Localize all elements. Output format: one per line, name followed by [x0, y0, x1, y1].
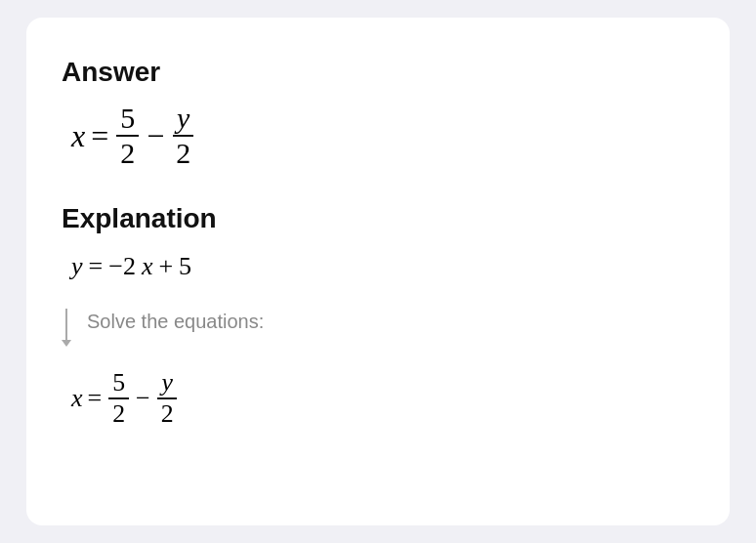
eq-x: x: [142, 254, 153, 279]
result-num2: y: [157, 370, 176, 399]
step-container: Solve the equations:: [62, 307, 694, 347]
step-arrow: [62, 307, 71, 347]
result-lhs: x: [71, 386, 83, 411]
answer-frac2: y 2: [172, 104, 194, 168]
answer-formula: x = 5 2 − y 2: [62, 104, 694, 168]
result-frac2: y 2: [157, 370, 178, 426]
answer-frac1: 5 2: [116, 104, 139, 168]
step-label: Solve the equations:: [87, 307, 264, 333]
explanation-section: Explanation y = −2x + 5 Solve the equati…: [62, 203, 694, 426]
eq-equals: =: [89, 254, 104, 279]
result-den2: 2: [157, 399, 178, 427]
eq-5: 5: [179, 254, 191, 279]
main-card: Answer x = 5 2 − y 2 Explanation y = −2x…: [26, 18, 730, 525]
answer-num1: 5: [116, 104, 139, 137]
answer-lhs: x: [71, 120, 85, 151]
answer-den2: 2: [172, 137, 194, 168]
result-frac1: 5 2: [108, 370, 129, 426]
arrow-line: [65, 309, 67, 340]
answer-section: Answer x = 5 2 − y 2: [62, 57, 694, 168]
explanation-equation: y = −2x + 5: [62, 254, 694, 279]
explanation-title: Explanation: [62, 203, 694, 234]
answer-minus: −: [147, 120, 164, 151]
answer-den1: 2: [116, 137, 139, 168]
result-num1: 5: [108, 370, 129, 399]
result-minus: −: [136, 386, 150, 411]
answer-num2: y: [173, 104, 193, 137]
arrow-head: [62, 340, 71, 347]
answer-title: Answer: [62, 57, 694, 88]
eq-plus: +: [158, 254, 173, 279]
eq-minus: −2: [108, 254, 136, 279]
result-den1: 2: [108, 399, 129, 427]
step-result-formula: x = 5 2 − y 2: [62, 370, 694, 426]
spacer: [62, 168, 694, 203]
eq-lhs: y: [71, 254, 83, 279]
result-equals: =: [88, 386, 103, 411]
answer-equals: =: [91, 120, 108, 151]
